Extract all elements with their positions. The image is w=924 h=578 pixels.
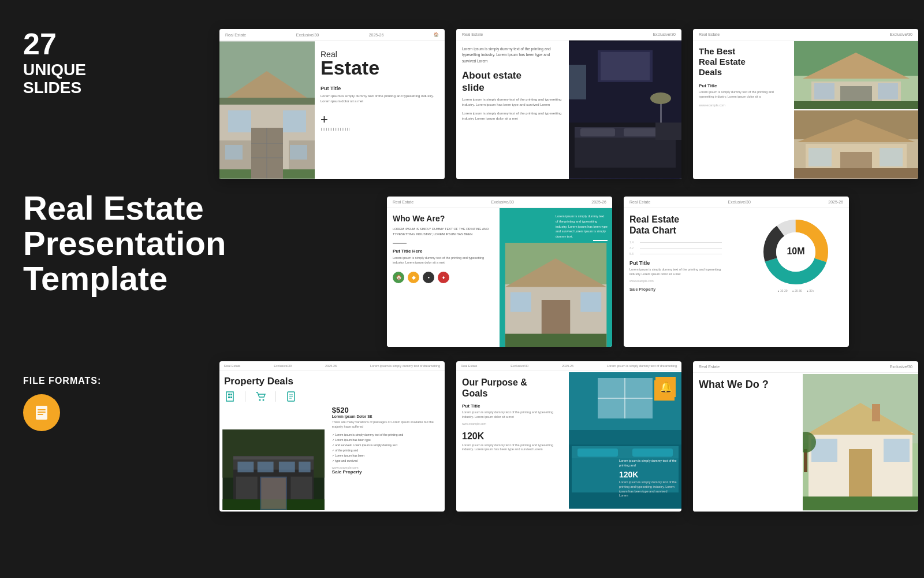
slide-5: Real Estate Exclusive/30 2025-26 Real Es…: [624, 197, 849, 347]
unique-number: 27: [23, 29, 185, 59]
slide-4-icon-4: ♦: [438, 272, 449, 283]
slide-7-header: Real EstateExclusive/302025-26Lorem ipsu…: [456, 361, 681, 371]
slide-6: Real EstateExclusive/302025-26Lorem ipsu…: [219, 361, 445, 512]
slide-7-number: 120K: [462, 431, 563, 442]
slide-1-home-icon: 🏠: [434, 32, 439, 37]
slide-2-lorem: Lorem ipsum is simply dummy text of the …: [462, 46, 563, 64]
slide-4-icon-2: ◆: [408, 272, 419, 283]
main-title: Real EstatePresentationTemplate: [23, 191, 214, 297]
svg-rect-85: [290, 476, 312, 499]
svg-rect-66: [230, 397, 232, 398]
slide-8-title: What We Do ?: [699, 379, 797, 391]
slide-4-right-text: Lorem ipsum is simply dummy text of the …: [556, 214, 608, 239]
slide-7-url: www.example.com: [462, 422, 563, 425]
slide-1-header: Real Estate Exclusive/30 2025-26 🏠: [219, 29, 445, 41]
svg-rect-65: [228, 397, 230, 398]
svg-rect-46: [808, 148, 832, 166]
slide-3-header-left: Real Estate: [699, 32, 720, 36]
slide-5-title: Real EstateData Chart: [629, 214, 722, 236]
unique-slides-text: UNIQUESLIDES: [23, 61, 185, 97]
slide-4-icon-3: ▪: [423, 272, 434, 283]
svg-point-30: [650, 92, 671, 104]
svg-rect-84: [236, 476, 258, 499]
slide-2-about-title: About estateslide: [462, 70, 563, 94]
slide-1-header-center: Exclusive/30: [296, 33, 319, 37]
slide-6-sale-prop: Sale Property: [332, 469, 440, 475]
svg-rect-54: [580, 292, 601, 312]
slide-4-who-title: Who We Are?: [393, 214, 494, 223]
slide-7: Real EstateExclusive/302025-26Lorem ipsu…: [456, 361, 681, 512]
slide-8-header-left: Real Estate: [699, 365, 720, 369]
slide-4-dash: [593, 240, 608, 241]
slide-3-header-center: Exclusive/30: [890, 32, 912, 36]
svg-rect-91: [578, 449, 618, 457]
svg-rect-80: [279, 461, 295, 472]
file-formats-label: FILE FORMATS:: [23, 376, 101, 386]
slide-1-plus: +: [321, 113, 436, 126]
slide-6-checklist: ✓ Lorem ipsum is simply dummy text of th…: [332, 432, 440, 464]
slide-2: Real Estate Exclusive/30 Lorem ipsum is …: [456, 29, 681, 179]
svg-rect-53: [511, 292, 531, 312]
slide-4-put-title: Put Title Here: [393, 249, 494, 254]
slide-6-icon-cart: [255, 391, 266, 402]
slide-5-header-left: Real Estate: [629, 200, 650, 204]
slide-5-header-center: Exclusive/30: [728, 200, 751, 204]
svg-rect-47: [880, 148, 903, 166]
slide-5-sale-label: Sale Property: [629, 287, 722, 291]
slide-6-title: Property Deals: [224, 376, 440, 387]
slide-1-header-date: 2025-26: [369, 33, 384, 37]
slide-3-header: Real Estate Exclusive/30: [693, 29, 918, 40]
slide-1-desc: Lorem ipsum is simply dummy text of the …: [321, 94, 436, 104]
svg-rect-86: [261, 477, 286, 509]
slide-4-lorem: LOREM IPSUM IS SIMPLY DUMMY TEXT OF THE …: [393, 227, 494, 237]
svg-rect-1: [38, 409, 46, 410]
slide-4: Real Estate Exclusive/30 2025-26 Who We …: [387, 197, 612, 347]
slide-1-put-title: Put Title: [321, 86, 436, 91]
slide-4-header-date: 2025-26: [591, 200, 606, 204]
slide-1-barcode: |||||||||||||||||: [321, 127, 436, 131]
slide-8: Real Estate Exclusive/30 What We Do ?: [693, 361, 918, 512]
slide-2-desc: Lorem ipsum is simply dummy text of the …: [462, 97, 563, 108]
svg-rect-10: [219, 98, 315, 105]
google-slides-icon: [23, 394, 60, 431]
slide-3-put-title: Put Title: [699, 83, 788, 88]
svg-rect-13: [225, 145, 243, 160]
slide-7-image: 🔔 🔔 Lorem ipsum is simply dummy text of …: [569, 371, 681, 510]
svg-rect-64: [230, 394, 232, 395]
slide-3-url: www.example.com: [699, 103, 788, 107]
slide-6-icon-building: [224, 391, 236, 402]
svg-rect-78: [237, 461, 254, 472]
svg-point-68: [263, 399, 264, 401]
slides-area: Real Estate Exclusive/30 2025-26 🏠: [202, 17, 924, 578]
slide-7-put-title: Put Title: [462, 403, 563, 409]
svg-rect-105: [884, 439, 910, 462]
svg-rect-3: [38, 414, 43, 415]
slide-7-orange-box: 🔔: [655, 377, 676, 397]
svg-rect-93: [569, 430, 681, 444]
slide-7-overlay-text: Lorem ipsum is simply dummy text of the …: [619, 458, 677, 498]
svg-rect-8: [228, 110, 251, 132]
slide-3-title: The BestReal EstateDeals: [699, 46, 788, 77]
svg-rect-106: [803, 497, 918, 510]
file-formats-section: FILE FORMATS:: [23, 376, 101, 431]
slide-8-header-center: Exclusive/30: [890, 365, 912, 369]
svg-rect-109: [872, 404, 880, 421]
slide-6-price: $520: [332, 406, 440, 414]
slide-4-header-left: Real Estate: [393, 200, 413, 204]
slide-2-header-left: Real Estate: [462, 32, 483, 36]
slide-4-header-center: Exclusive/30: [491, 200, 514, 204]
svg-text:10M: 10M: [787, 246, 804, 256]
svg-rect-32: [569, 65, 586, 99]
slide-2-header-center: Exclusive/30: [653, 32, 676, 36]
slide-6-house-image: [219, 429, 327, 510]
slide-5-url: www.example.com: [629, 279, 722, 283]
slide-4-sub-text: Lorem ipsum is simply dummy text of the …: [393, 255, 494, 265]
svg-rect-28: [624, 128, 658, 136]
slide-8-header: Real Estate Exclusive/30: [693, 361, 918, 373]
svg-rect-9: [283, 110, 306, 132]
svg-rect-55: [505, 334, 607, 347]
svg-rect-23: [601, 52, 650, 80]
svg-rect-14: [290, 145, 307, 160]
slide-6-header: Real EstateExclusive/302025-26Lorem ipsu…: [219, 361, 445, 371]
slide-1-image: [219, 41, 315, 179]
